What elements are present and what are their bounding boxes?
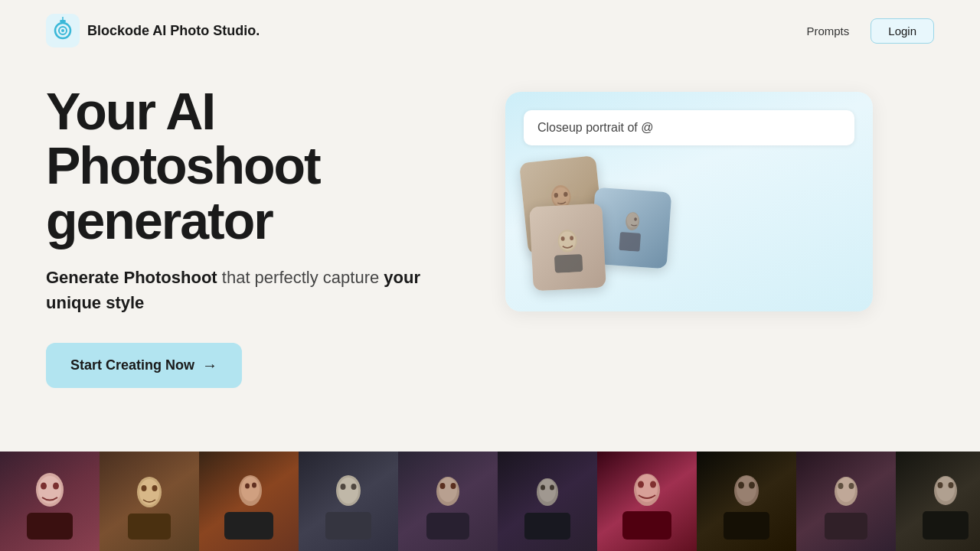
svg-point-43 <box>451 483 456 489</box>
prompt-input[interactable] <box>524 110 854 145</box>
gallery-item <box>896 452 980 551</box>
svg-point-42 <box>440 483 446 489</box>
svg-point-47 <box>541 485 545 491</box>
svg-point-66 <box>936 477 955 501</box>
svg-point-58 <box>749 482 755 489</box>
svg-point-36 <box>338 478 358 504</box>
svg-rect-44 <box>426 513 469 540</box>
logo-text: Blockode AI Photo Studio. <box>87 23 260 39</box>
svg-rect-14 <box>619 232 641 252</box>
gallery-item <box>299 452 398 551</box>
demo-photo-3 <box>529 204 606 292</box>
svg-rect-64 <box>825 513 867 540</box>
svg-rect-39 <box>325 512 371 540</box>
svg-point-56 <box>737 476 756 502</box>
svg-point-41 <box>439 478 457 502</box>
svg-point-32 <box>245 484 250 489</box>
login-button[interactable]: Login <box>871 18 934 44</box>
svg-point-61 <box>837 478 855 502</box>
svg-point-31 <box>241 477 260 501</box>
cta-button[interactable]: Start Creating Now → <box>46 343 242 388</box>
hero-left: Your AI Photoshoot generator Generate Ph… <box>46 84 475 388</box>
logo[interactable]: Blockode AI Photo Studio. <box>46 14 260 47</box>
gallery-item <box>398 452 498 551</box>
demo-card <box>505 92 873 311</box>
svg-rect-49 <box>524 513 570 540</box>
svg-point-57 <box>738 482 744 489</box>
svg-point-3 <box>61 29 64 32</box>
gallery-item <box>697 452 796 551</box>
svg-point-27 <box>142 485 147 491</box>
svg-point-52 <box>638 481 644 488</box>
svg-point-22 <box>41 483 47 490</box>
nav-actions: Prompts Login <box>806 18 934 44</box>
cta-label: Start Creating Now <box>70 357 194 373</box>
svg-point-46 <box>539 479 556 502</box>
gallery-item <box>0 452 100 551</box>
svg-point-33 <box>252 483 256 488</box>
arrow-icon: → <box>202 357 217 374</box>
svg-point-53 <box>650 481 656 488</box>
hero-subtitle: Generate Photoshoot that perfectly captu… <box>46 265 475 315</box>
hero-title: Your AI Photoshoot generator <box>46 84 475 248</box>
gallery-item <box>199 452 299 551</box>
svg-rect-24 <box>27 513 73 540</box>
svg-point-26 <box>139 479 159 505</box>
svg-point-38 <box>351 484 357 490</box>
svg-point-62 <box>838 483 844 489</box>
gallery-item <box>597 452 697 551</box>
svg-point-63 <box>849 483 854 489</box>
hero-section: Your AI Photoshoot generator Generate Ph… <box>0 61 980 388</box>
svg-rect-34 <box>224 512 273 540</box>
svg-point-28 <box>152 485 158 491</box>
gallery-item <box>100 452 199 551</box>
navbar: Blockode AI Photo Studio. Prompts Login <box>0 0 980 61</box>
svg-rect-54 <box>622 511 671 540</box>
svg-rect-59 <box>724 512 769 540</box>
svg-point-68 <box>949 482 954 488</box>
gallery-strip <box>0 452 980 551</box>
hero-right <box>505 84 934 311</box>
gallery-item <box>796 452 896 551</box>
demo-photo-collage <box>524 159 854 293</box>
svg-point-37 <box>341 484 346 490</box>
svg-rect-29 <box>128 514 171 540</box>
gallery-item <box>498 452 597 551</box>
prompts-link[interactable]: Prompts <box>806 24 849 37</box>
svg-rect-4 <box>60 20 66 22</box>
svg-point-48 <box>550 485 554 491</box>
svg-point-23 <box>53 483 59 490</box>
logo-icon <box>46 14 80 47</box>
subtitle-bold-1: Generate Photoshoot <box>46 268 217 287</box>
svg-rect-19 <box>554 254 583 273</box>
svg-point-67 <box>938 482 943 488</box>
svg-rect-69 <box>923 511 969 540</box>
